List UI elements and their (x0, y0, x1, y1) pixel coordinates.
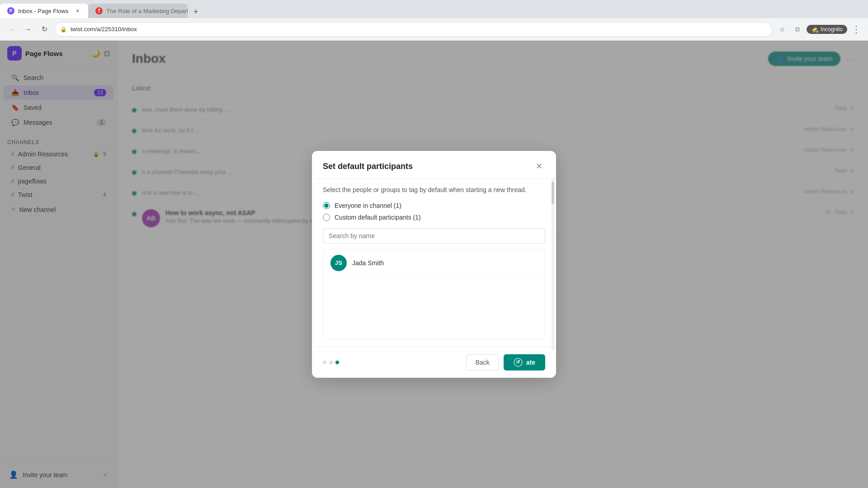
dialog-close-button[interactable]: ✕ (533, 160, 545, 173)
dot-3 (335, 361, 339, 364)
dialog-header: Set default participants ✕ (312, 151, 556, 178)
option-custom[interactable]: Custom default participants (1) (323, 214, 545, 221)
tab-title-2: The Role of a Marketing Depart... (106, 8, 188, 14)
tab-favicon-2: T (95, 7, 103, 14)
modal-overlay[interactable]: Set default participants ✕ Select the pe… (0, 41, 868, 488)
menu-button[interactable]: ⋮ (850, 23, 863, 36)
refresh-button[interactable]: ↻ (38, 23, 51, 36)
tab-marketing[interactable]: T The Role of a Marketing Depart... ✕ (88, 4, 188, 18)
participant-jada-smith[interactable]: JS Jada Smith (323, 249, 545, 277)
participant-avatar: JS (330, 255, 347, 271)
dialog-footer: Back ↺ ate (312, 347, 556, 378)
option-everyone[interactable]: Everyone in channel (1) (323, 202, 545, 209)
star-button[interactable]: ☆ (776, 23, 788, 36)
tab-close-1[interactable]: ✕ (74, 7, 81, 14)
tab-title-1: Inbox - Page Flows (18, 8, 68, 14)
incognito-icon: 🕵 (811, 26, 819, 33)
option-custom-label: Custom default participants (1) (335, 214, 421, 221)
nav-right-controls: ☆ ⊡ 🕵 Incognito ⋮ (776, 23, 863, 36)
participant-list: JS Jada Smith (323, 249, 545, 339)
incognito-label: Incognito (821, 26, 843, 33)
set-default-participants-dialog: Set default participants ✕ Select the pe… (312, 151, 556, 378)
create-icon: ↺ (514, 358, 523, 367)
create-button[interactable]: ↺ ate (504, 354, 545, 371)
dialog-actions: Back ↺ ate (466, 354, 545, 371)
dialog-subtitle: Select the people or groups to tag by de… (323, 186, 545, 195)
search-participants-input[interactable] (323, 228, 545, 244)
participant-name: Jada Smith (352, 259, 384, 267)
tab-inbox[interactable]: P Inbox - Page Flows ✕ (0, 4, 88, 18)
browser-chrome: P Inbox - Page Flows ✕ T The Role of a M… (0, 0, 868, 41)
lock-icon: 🔒 (60, 26, 67, 33)
incognito-badge[interactable]: 🕵 Incognito (807, 25, 847, 34)
tab-favicon-1: P (7, 7, 14, 14)
forward-button[interactable]: → (22, 23, 34, 36)
dot-1 (323, 361, 326, 364)
radio-custom[interactable] (323, 214, 330, 221)
address-bar[interactable]: 🔒 twist.com/a/225310/inbox (54, 22, 772, 37)
url-text: twist.com/a/225310/inbox (71, 26, 766, 33)
new-tab-button[interactable]: + (189, 5, 202, 18)
participant-options: Everyone in channel (1) Custom default p… (323, 202, 545, 221)
dialog-title: Set default participants (323, 162, 413, 171)
extension-button[interactable]: ⊡ (791, 23, 804, 36)
dot-2 (329, 361, 333, 364)
back-button[interactable]: ← (5, 23, 18, 36)
progress-dots (323, 361, 339, 364)
radio-everyone[interactable] (323, 202, 330, 209)
create-label: ate (526, 359, 535, 366)
browser-tabs: P Inbox - Page Flows ✕ T The Role of a M… (0, 0, 868, 18)
dialog-body: Select the people or groups to tag by de… (312, 178, 556, 347)
option-everyone-label: Everyone in channel (1) (335, 202, 401, 209)
back-button[interactable]: Back (466, 354, 499, 371)
browser-nav: ← → ↻ 🔒 twist.com/a/225310/inbox ☆ ⊡ 🕵 I… (0, 18, 868, 41)
